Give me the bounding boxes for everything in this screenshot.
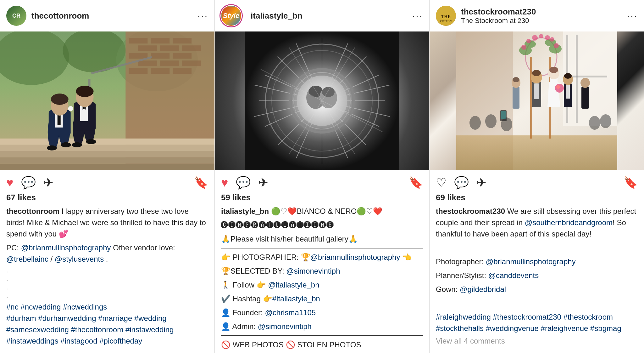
bookmark-button-stockroom[interactable]: 🔖	[624, 176, 638, 189]
svg-rect-25	[0, 164, 214, 170]
mention-brian-italia[interactable]: @brianmullinsphotography	[310, 253, 400, 261]
caption-circles-italia: 🅒🅞🅝🅖🅡🅐🅣🅤🅛🅐🅣🅘🅞🅝🅢	[215, 218, 429, 232]
svg-rect-17	[182, 60, 201, 66]
like-button-stockroom[interactable]: ♡	[436, 176, 447, 190]
username-italia[interactable]: italiastyle_bn	[251, 11, 407, 21]
svg-rect-15	[138, 60, 157, 66]
caption-admin-italia: 👤 Admin: @simonevintiph	[215, 320, 429, 333]
svg-point-78	[322, 87, 335, 97]
post-cottonroom: CR thecottonroom ···	[0, 0, 215, 353]
svg-point-118	[556, 85, 560, 89]
username-cottonroom[interactable]: thecottonroom	[31, 11, 192, 21]
mention-cand[interactable]: @canddevents	[488, 271, 539, 280]
post-image-stockroom	[430, 31, 644, 170]
svg-rect-16	[160, 60, 179, 66]
caption-web-italia: 🚫 WEB PHOTOS 🚫 STOLEN PHOTOS	[215, 338, 429, 352]
post-image-italia	[215, 31, 429, 170]
avatar-stockroom[interactable]: THE COTTON	[436, 6, 456, 26]
avatar-italia[interactable]: Style	[221, 6, 241, 26]
hashtags-stockroom: #raleighwedding #thestockroomat230 #thes…	[430, 310, 644, 335]
caption-founder-italia: 👤 Founder: @chrisma1105	[215, 306, 429, 320]
like-button-cottonroom[interactable]: ♥	[6, 176, 14, 190]
mention-italiastyle[interactable]: @italiastyle_bn	[268, 281, 319, 289]
svg-point-30	[47, 145, 57, 151]
caption-username-cottonroom[interactable]: thecottonroom	[6, 207, 59, 215]
svg-point-127	[580, 78, 590, 88]
caption-italia: italiastyle_bn 🟢♡❤️BIANCO & NERO🟢♡❤️	[215, 204, 429, 218]
separator-1-italia	[221, 248, 423, 248]
share-button-cottonroom[interactable]: ✈	[43, 176, 53, 190]
svg-point-40	[86, 139, 96, 144]
mention-trebella[interactable]: @trebellainc	[6, 255, 48, 263]
separator-2-italia	[221, 335, 423, 336]
caption-photographer-stockroom: Photographer: @brianmullinsphotography	[430, 255, 644, 269]
share-button-stockroom[interactable]: ✈	[476, 176, 486, 190]
bookmark-button-italia[interactable]: 🔖	[409, 176, 423, 189]
mention-brian-stockroom[interactable]: @brianmullinsphotography	[486, 257, 576, 266]
svg-point-39	[72, 142, 82, 147]
avatar-wrap-italia: Style	[221, 6, 241, 26]
post-italia: Style italiastyle_bn ···	[215, 0, 430, 353]
like-button-italia[interactable]: ♥	[221, 176, 228, 190]
svg-rect-22	[0, 145, 214, 151]
svg-rect-18	[129, 68, 147, 74]
dot-2: .	[0, 275, 214, 283]
caption-planner-stockroom: Planner/Stylist: @canddevents	[430, 269, 644, 282]
svg-point-116	[549, 67, 558, 73]
dot-3: .	[0, 283, 214, 292]
svg-rect-14	[173, 53, 192, 59]
bookmark-button-cottonroom[interactable]: 🔖	[194, 176, 208, 189]
caption-cottonroom: thecottonroom Happy anniversary two thes…	[0, 204, 214, 241]
likes-count-cottonroom: 67 likes	[0, 193, 214, 204]
svg-point-105	[539, 34, 543, 38]
svg-rect-6	[129, 38, 147, 43]
caption-hashtag-italia: ✔️ Hashtag 👉#italiastyle_bn	[215, 292, 429, 306]
share-button-italia[interactable]: ✈	[258, 176, 268, 190]
hashtags-cottonroom: #nc #ncwedding #ncweddings#durham #durha…	[0, 300, 214, 348]
svg-point-31	[61, 142, 71, 147]
mention-brian[interactable]: @brianmullinsphotography	[21, 243, 111, 252]
svg-rect-45	[84, 107, 86, 109]
post-header-italia: Style italiastyle_bn ···	[215, 0, 429, 31]
post-header-stockroom: THE COTTON thestockroomat230 The Stockro…	[430, 0, 644, 31]
caption-photographer-italia: 👉 PHOTOGRAPHER: 🏆@brianmullinsphotograph…	[215, 250, 429, 264]
mention-chrisma[interactable]: @chrisma1105	[265, 308, 316, 317]
svg-rect-8	[173, 38, 192, 43]
username-stockroom[interactable]: thestockroomat230	[461, 7, 622, 17]
dot-1: .	[0, 266, 214, 275]
mention-stylus[interactable]: @stylusevents	[55, 255, 104, 263]
mention-simone[interactable]: @simonevintiph	[286, 267, 340, 275]
svg-point-131	[589, 116, 600, 130]
svg-rect-11	[182, 45, 201, 51]
mention-southern[interactable]: @southernbrideandgroom	[525, 218, 613, 227]
caption-username-stockroom[interactable]: thestockroomat230	[436, 207, 505, 215]
svg-rect-10	[160, 45, 179, 51]
comment-button-italia[interactable]: 💬	[236, 176, 251, 190]
image-svg-stockroom	[430, 31, 644, 170]
mention-gilded[interactable]: @gildedbridal	[460, 285, 506, 293]
avatar-cottonroom[interactable]: CR	[6, 6, 26, 26]
caption-text-italia: 🟢♡❤️BIANCO & NERO🟢♡❤️	[269, 207, 382, 215]
svg-rect-134	[501, 111, 506, 119]
caption-stockroom: thestockroomat230 We are still obsessing…	[430, 204, 644, 241]
image-svg-cottonroom	[0, 31, 214, 170]
comment-button-cottonroom[interactable]: 💬	[21, 176, 36, 190]
more-options-cottonroom[interactable]: ···	[197, 10, 208, 21]
comment-button-stockroom[interactable]: 💬	[454, 176, 469, 190]
svg-point-47	[76, 86, 94, 97]
mention-simone2[interactable]: @simonevintiph	[258, 322, 312, 331]
feed: CR thecottonroom ···	[0, 0, 644, 353]
post-image-cottonroom	[0, 31, 214, 170]
svg-point-103	[550, 37, 554, 42]
caption-username-italia[interactable]: italiastyle_bn	[221, 207, 269, 215]
svg-point-101	[526, 39, 531, 43]
follow-label-italia: Follow	[233, 281, 254, 289]
svg-point-104	[532, 35, 538, 41]
more-options-italia[interactable]: ···	[412, 10, 423, 21]
caption-gown-stockroom: Gown: @gildedbridal	[430, 282, 644, 296]
view-comments-stockroom[interactable]: View all 4 comments	[430, 335, 644, 347]
svg-point-128	[469, 116, 481, 130]
image-svg-italia	[215, 31, 429, 170]
more-options-stockroom[interactable]: ···	[627, 10, 638, 21]
svg-rect-12	[129, 53, 147, 59]
